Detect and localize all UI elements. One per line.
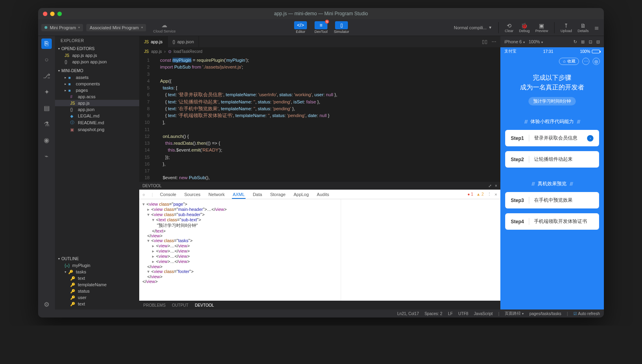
axml-tree[interactable]: ▾<view class="page"> ▸<view class="main-… — [139, 199, 341, 301]
cloud-service-button[interactable]: ☁ Cloud Service — [153, 22, 176, 33]
split-icon[interactable]: ▯▯ — [482, 39, 488, 44]
file-app-json[interactable]: {}app.json — [55, 106, 139, 113]
step-card-1[interactable]: Step1 登录并获取会员信息 › — [505, 130, 599, 146]
open-editors-header[interactable]: ▾ OPEND EDITORS — [55, 45, 139, 52]
extensions-activity[interactable]: ✦ — [41, 87, 52, 97]
outline-item[interactable]: ▾🔑tasks — [55, 269, 139, 275]
maximize-window[interactable] — [57, 12, 62, 16]
dtab-storage[interactable]: Storage — [269, 192, 286, 197]
close-window[interactable] — [43, 12, 47, 16]
outline-item[interactable]: 🔑templateName — [55, 281, 139, 288]
maximize-icon[interactable]: ⤢ — [488, 184, 492, 188]
eol-setting[interactable]: LF — [448, 311, 453, 316]
more-button[interactable]: ⋯ — [582, 58, 589, 65]
bracket-activity[interactable]: ⌁ — [41, 151, 52, 161]
details-button[interactable]: 🗎Details — [575, 22, 591, 33]
more-icon[interactable]: ≣ — [593, 24, 601, 31]
phone-preview[interactable]: 支付宝 17:31 100% ☆ 收藏 ⋯ ◎ 完成以下步骤 成为一名真正的开发… — [500, 47, 604, 309]
dtab-sources[interactable]: Sources — [183, 192, 201, 197]
compile-mode-dropdown[interactable]: Normal compili... ▾ — [451, 24, 495, 31]
encoding-setting[interactable]: UTF8 — [458, 311, 468, 316]
tab-app-json[interactable]: {}app.json — [168, 36, 199, 47]
mini-program-dropdown[interactable]: Mini Program ▾ — [41, 24, 83, 31]
open-editors-label: OPEND EDITORS — [61, 47, 95, 51]
code-content[interactable]: const myPlugin = requirePlugin('myPlugin… — [155, 55, 500, 181]
project-header[interactable]: ▾ MINI-DEMO — [55, 67, 139, 74]
btab-devtool[interactable]: DEVTOOL — [195, 303, 214, 307]
dtab-console[interactable]: Console — [159, 192, 177, 197]
collapse-icon[interactable]: ⊟ — [596, 39, 600, 44]
close-icon[interactable]: × — [495, 192, 497, 197]
inspector-icon[interactable]: ⟐ — [142, 192, 145, 197]
clear-button[interactable]: ⟲Clear — [502, 22, 516, 33]
search-activity[interactable]: ○ — [41, 55, 52, 65]
preview-button[interactable]: ▣Preview — [533, 22, 551, 33]
test-activity[interactable]: ⚗ — [41, 119, 52, 129]
indent-setting[interactable]: Spaces: 2 — [425, 311, 442, 316]
sidebar: EXPLORER ▾ OPEND EDITORS JSapp.js app.js… — [55, 36, 139, 309]
outline-header[interactable]: ▾ OUTLINE — [55, 255, 139, 262]
folder-assets[interactable]: ▸■assets — [55, 74, 139, 81]
step-title: 让轮播组件动起来 — [529, 156, 593, 163]
folder-pages[interactable]: ▸■pages — [55, 87, 139, 93]
outline-item[interactable]: 🔑text — [55, 301, 139, 307]
sync-activity[interactable]: ◉ — [41, 135, 52, 145]
route-label[interactable]: 页面路径 ▾ — [505, 311, 524, 316]
file-app-acss[interactable]: #app.acss — [55, 93, 139, 100]
error-count[interactable]: ● 1 — [467, 192, 473, 196]
file-legal[interactable]: ◆LEGAL.md — [55, 113, 139, 119]
explorer-activity[interactable]: ⎘ — [41, 38, 52, 49]
dtab-axml[interactable]: AXML — [232, 192, 246, 199]
code-editor[interactable]: 123456789101112131415161718192021222324 … — [139, 55, 500, 181]
warning-count[interactable]: ▲ 2 — [476, 192, 484, 196]
chevron-down-icon: ▾ — [489, 25, 492, 30]
step-number: Step3 — [511, 198, 524, 203]
tab-app-js[interactable]: JSapp.js — [139, 36, 168, 47]
close-icon[interactable]: × — [495, 184, 497, 188]
outline-item[interactable]: 🔑text — [55, 275, 139, 281]
settings-activity[interactable]: ⚙ — [41, 299, 52, 309]
settings-icon[interactable]: ⊡ — [589, 39, 592, 44]
close-button[interactable]: ◎ — [593, 58, 600, 65]
grid-icon[interactable]: ⊞ — [581, 39, 585, 44]
step-card-3[interactable]: Step3 在手机中预览效果 — [505, 192, 599, 208]
language-setting[interactable]: JavaScript — [474, 311, 493, 316]
kebab-icon[interactable]: ⋮ — [487, 192, 492, 197]
folder-components[interactable]: ▸■components — [55, 81, 139, 87]
more-icon[interactable]: ⋯ — [492, 39, 496, 44]
step-card-4[interactable]: Step4 手机端领取开发体验证书 — [505, 213, 599, 230]
zoom-dropdown[interactable]: 100% ▾ — [529, 39, 543, 44]
upload-button[interactable]: ⤒Upload — [558, 22, 575, 33]
devtool-mode-button[interactable]: ≡5 DevTool — [311, 21, 331, 34]
dtab-network[interactable]: Network — [208, 192, 226, 197]
device-dropdown[interactable]: iPhone 6 ▾ — [504, 39, 525, 44]
editor-mode-button[interactable]: </> Editor — [291, 21, 310, 34]
btab-output[interactable]: OUTPUT — [172, 303, 189, 307]
route-path[interactable]: pages/tasks/tasks — [529, 311, 561, 316]
btab-problems[interactable]: PROBLEMS — [143, 303, 166, 307]
file-snapshot[interactable]: ▣snapshot.png — [55, 126, 139, 133]
file-app-js[interactable]: JSapp.js — [55, 100, 139, 106]
simulator-mode-button[interactable]: ▯ Simulator — [332, 21, 351, 34]
breadcrumb[interactable]: JS app.js › ⊙ loadTaskRecord — [139, 47, 500, 55]
outline-item[interactable]: 🔑user — [55, 294, 139, 301]
debug-button[interactable]: 🐞Debug — [516, 22, 532, 33]
step-card-2[interactable]: Step2 让轮播组件动起来 — [505, 151, 599, 168]
git-activity[interactable]: ⎇ — [41, 71, 52, 81]
associated-program-dropdown[interactable]: Associated Mini Program ▾ — [86, 24, 146, 31]
file-readme[interactable]: ⓘREADME.md — [55, 119, 139, 126]
simulator-controls: iPhone 6 ▾ 100% ▾ ↻ ⊞ ⊡ ⊟ — [500, 36, 604, 47]
outline-item[interactable]: {∘}myPlugin — [55, 262, 139, 269]
dtab-audits[interactable]: Audits — [316, 192, 330, 197]
dtab-applog[interactable]: AppLog — [293, 192, 310, 197]
open-editor-item[interactable]: JSapp.js app.js — [55, 52, 139, 59]
outline-item[interactable]: 🔑status — [55, 288, 139, 294]
dtab-data[interactable]: Data — [252, 192, 263, 197]
database-activity[interactable]: ▤ — [41, 103, 52, 113]
favorite-button[interactable]: ☆ 收藏 — [559, 58, 579, 65]
refresh-icon[interactable]: ↻ — [573, 39, 577, 44]
minimize-window[interactable] — [50, 12, 55, 16]
auto-refresh-toggle[interactable]: ☑ Auto refresh — [573, 311, 600, 316]
open-editor-item[interactable]: {}app.json app.json — [55, 59, 139, 65]
cursor-pos[interactable]: Ln21, Col17 — [397, 311, 419, 316]
